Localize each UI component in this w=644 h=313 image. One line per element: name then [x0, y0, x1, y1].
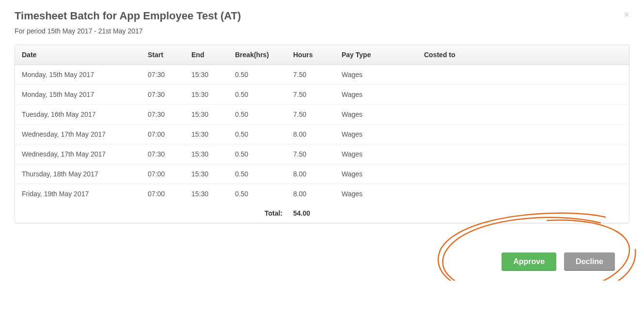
col-header-end: End — [185, 45, 228, 65]
cell-break: 0.50 — [228, 184, 286, 204]
table-row: Wednesday, 17th May 201707:3015:300.507.… — [15, 144, 629, 164]
cell-end: 15:30 — [185, 184, 228, 204]
cell-payType: Wages — [335, 65, 417, 85]
cell-date: Monday, 15th May 2017 — [15, 85, 141, 105]
cell-start: 07:00 — [141, 184, 185, 204]
col-header-hours: Hours — [286, 45, 335, 65]
close-icon[interactable]: × — [624, 10, 629, 19]
cell-date: Thursday, 18th May 2017 — [15, 164, 141, 184]
table-row: Tuesday, 16th May 201707:3015:300.507.50… — [15, 105, 629, 125]
cell-costedTo — [417, 85, 629, 105]
cell-end: 15:30 — [185, 105, 228, 125]
cell-costedTo — [417, 65, 629, 85]
cell-payType: Wages — [335, 164, 417, 184]
cell-start: 07:30 — [141, 85, 185, 105]
cell-break: 0.50 — [228, 65, 286, 85]
cell-payType: Wages — [335, 125, 417, 144]
modal-header: Timesheet Batch for App Employee Test (A… — [15, 10, 629, 35]
cell-date: Tuesday, 16th May 2017 — [15, 105, 141, 125]
cell-start: 07:30 — [141, 144, 185, 164]
cell-hours: 8.00 — [286, 125, 335, 144]
cell-hours: 7.50 — [286, 65, 335, 85]
table-row: Thursday, 18th May 201707:0015:300.508.0… — [15, 164, 629, 184]
cell-break: 0.50 — [228, 85, 286, 105]
total-value: 54.00 — [286, 203, 335, 223]
cell-end: 15:30 — [185, 144, 228, 164]
col-header-date: Date — [15, 45, 141, 65]
cell-payType: Wages — [335, 85, 417, 105]
cell-costedTo — [417, 125, 629, 144]
cell-costedTo — [417, 184, 629, 204]
table-body: Monday, 15th May 201707:3015:300.507.50W… — [15, 65, 629, 204]
cell-date: Wednesday, 17th May 2017 — [15, 125, 141, 144]
cell-break: 0.50 — [228, 164, 286, 184]
cell-payType: Wages — [335, 144, 417, 164]
cell-end: 15:30 — [185, 65, 228, 85]
col-header-costedto: Costed to — [417, 45, 629, 65]
cell-start: 07:30 — [141, 65, 185, 85]
cell-start: 07:00 — [141, 125, 185, 144]
cell-date: Wednesday, 17th May 2017 — [15, 144, 141, 164]
cell-end: 15:30 — [185, 85, 228, 105]
cell-break: 0.50 — [228, 105, 286, 125]
decline-button[interactable]: Decline — [564, 252, 615, 271]
cell-costedTo — [417, 164, 629, 184]
cell-hours: 8.00 — [286, 164, 335, 184]
col-header-paytype: Pay Type — [335, 45, 417, 65]
cell-break: 0.50 — [228, 144, 286, 164]
table-row: Monday, 15th May 201707:3015:300.507.50W… — [15, 65, 629, 85]
cell-costedTo — [417, 105, 629, 125]
modal-subtitle: For period 15th May 2017 - 21st May 2017 — [15, 27, 629, 35]
table-row: Wednesday, 17th May 201707:0015:300.508.… — [15, 125, 629, 144]
table-row: Friday, 19th May 201707:0015:300.508.00W… — [15, 184, 629, 204]
cell-hours: 7.50 — [286, 105, 335, 125]
cell-start: 07:00 — [141, 164, 185, 184]
timesheet-card: Date Start End Break(hrs) Hours Pay Type… — [15, 45, 629, 223]
modal-title: Timesheet Batch for App Employee Test (A… — [15, 10, 629, 22]
cell-hours: 8.00 — [286, 184, 335, 204]
cell-start: 07:30 — [141, 105, 185, 125]
cell-break: 0.50 — [228, 125, 286, 144]
col-header-start: Start — [141, 45, 185, 65]
action-bar: Approve Decline — [15, 252, 629, 271]
cell-payType: Wages — [335, 184, 417, 204]
cell-end: 15:30 — [185, 125, 228, 144]
total-label: Total: — [228, 203, 286, 223]
table-header-row: Date Start End Break(hrs) Hours Pay Type… — [15, 45, 629, 65]
timesheet-table: Date Start End Break(hrs) Hours Pay Type… — [15, 45, 629, 223]
cell-end: 15:30 — [185, 164, 228, 184]
cell-hours: 7.50 — [286, 85, 335, 105]
cell-costedTo — [417, 144, 629, 164]
cell-hours: 7.50 — [286, 144, 335, 164]
cell-payType: Wages — [335, 105, 417, 125]
cell-date: Monday, 15th May 2017 — [15, 65, 141, 85]
approve-button[interactable]: Approve — [502, 252, 556, 271]
cell-date: Friday, 19th May 2017 — [15, 184, 141, 204]
table-row: Monday, 15th May 201707:3015:300.507.50W… — [15, 85, 629, 105]
table-footer-row: Total: 54.00 — [15, 203, 629, 223]
col-header-break: Break(hrs) — [228, 45, 286, 65]
